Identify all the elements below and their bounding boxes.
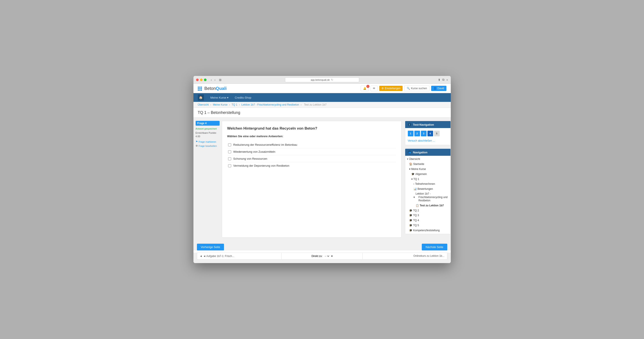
url-text: app.betonquali.de bbox=[311, 78, 330, 81]
course-icon-tq4: 🎓 bbox=[409, 218, 412, 222]
frage-bearbeiten-button[interactable]: ⚙ Frage bearbeiten bbox=[196, 144, 220, 147]
main-content: Frage 4 Antwort gespeichert Erreichbare … bbox=[194, 117, 451, 241]
test-num-4[interactable]: 4 bbox=[428, 131, 433, 136]
nav-lektion1b7[interactable]: ▾ Lektion 1b7 - Frischbetonrecycling und… bbox=[405, 192, 450, 203]
answer-checkbox-4[interactable] bbox=[228, 164, 231, 167]
traffic-lights bbox=[196, 78, 206, 81]
chevron-icon-4: ▾ bbox=[414, 196, 415, 199]
answer-label-4: Vermeidung der Deponierung von Restbeton bbox=[233, 164, 290, 167]
refresh-icon[interactable]: ↻ bbox=[331, 78, 333, 81]
flag-icon: ⚑ bbox=[196, 140, 198, 143]
nav-tq1[interactable]: ▾ TQ 1 bbox=[405, 177, 450, 182]
message-button[interactable]: ✉ bbox=[370, 86, 378, 91]
course-icon-tq5: 🎓 bbox=[409, 224, 412, 227]
logo-grid-icon bbox=[198, 86, 202, 91]
frage-box: Frage 4 bbox=[196, 121, 220, 126]
sidebar-toggle-button[interactable]: ⊞ bbox=[218, 78, 222, 82]
edit-gear-icon: ⚙ bbox=[196, 144, 198, 147]
home-icon: 🏠 bbox=[409, 162, 412, 166]
answer-saved-label: Antwort gespeichert bbox=[196, 128, 220, 130]
nav-tq5[interactable]: 🎓 TQ 5 bbox=[405, 223, 450, 228]
answer-checkbox-2[interactable] bbox=[228, 150, 231, 153]
nav-meine-kurse-tree[interactable]: ▾ Meine Kurse bbox=[405, 167, 450, 172]
person-icon: 👤 bbox=[433, 87, 436, 90]
breadcrumb-tq1[interactable]: TQ 1 bbox=[232, 103, 238, 106]
nav-widget-title: Navigation bbox=[413, 151, 428, 154]
breadcrumb-sep: › bbox=[210, 103, 211, 106]
user-button[interactable]: 👤 David bbox=[431, 86, 446, 91]
answer-options: Reduzierung der Ressourceneffizienz im B… bbox=[227, 141, 396, 169]
answer-checkbox-3[interactable] bbox=[228, 157, 231, 160]
course-icon-kompetenz: 🎓 bbox=[409, 228, 412, 232]
search-icon: 🔍 bbox=[407, 87, 410, 90]
logo: BetonQuali bbox=[198, 86, 227, 91]
chevron-icon-3: ▾ bbox=[411, 177, 412, 181]
einstellungen-button[interactable]: ⚙ Einstellungen bbox=[379, 86, 402, 91]
test-num-1[interactable]: 1 bbox=[408, 131, 414, 136]
nav-credits-shop[interactable]: Credits-Shop bbox=[232, 93, 254, 102]
nav-test-lektion[interactable]: 📋 Test zu Lektion 1b7 bbox=[405, 203, 450, 208]
close-button[interactable] bbox=[196, 78, 199, 81]
page-title-bar: TQ 1 – Betonherstellung bbox=[194, 108, 451, 117]
nav-startseite[interactable]: 🏠 Startseite bbox=[405, 162, 450, 167]
nav-widget-header: 👥 Navigation bbox=[405, 149, 450, 156]
minimize-button[interactable] bbox=[200, 78, 202, 81]
url-bar[interactable]: app.betonquali.de ↻ bbox=[285, 78, 359, 82]
breadcrumb-lektion[interactable]: Lektion 1b7 - Frischbetonrecycling und R… bbox=[242, 103, 299, 106]
test-num-2[interactable]: 2 bbox=[414, 131, 420, 136]
add-tab-button[interactable]: + bbox=[446, 78, 448, 82]
answer-label-2: Wiederwertung von Zusatzmitteln bbox=[233, 150, 276, 153]
test-nav-icon: i bbox=[408, 123, 411, 126]
browser-window: ‹ › ⊞ app.betonquali.de ↻ ⬆ ⧉ + BetonQua… bbox=[194, 76, 451, 263]
test-num-5[interactable]: 5 bbox=[434, 131, 440, 136]
navigation-widget: 👥 Navigation ▾ Übersicht 🏠 Startseite bbox=[405, 148, 451, 234]
breadcrumb-current: Test zu Lektion 1b7 bbox=[304, 103, 326, 106]
chevron-icon-2: ▾ bbox=[409, 167, 410, 171]
share-button[interactable]: ⬆ bbox=[438, 78, 440, 82]
test-num-3[interactable]: 3 bbox=[421, 131, 426, 136]
title-bar: ‹ › ⊞ app.betonquali.de ↻ ⬆ ⧉ + bbox=[194, 76, 451, 84]
nav-bewertungen[interactable]: 📊 Bewertungen bbox=[405, 186, 450, 192]
nav-tq4[interactable]: 🎓 TQ 4 bbox=[405, 218, 450, 223]
prev-link[interactable]: ◄ ◄ Aufgabe 1b7-1: Frisch... bbox=[197, 252, 282, 260]
chevron-down-icon: ▾ bbox=[227, 96, 228, 99]
course-icon-tq3: 🎓 bbox=[409, 214, 412, 217]
nav-uebersicht[interactable]: ▾ Übersicht bbox=[405, 157, 450, 162]
notification-button[interactable]: 🔔 1 bbox=[361, 86, 369, 91]
nav-teilnehmer[interactable]: › Teilnehmer/innen bbox=[405, 182, 450, 186]
prev-arrow-icon: ◄ bbox=[200, 254, 202, 258]
back-button[interactable]: ‹ bbox=[210, 78, 213, 82]
forward-button[interactable]: › bbox=[214, 78, 216, 82]
answer-option-1: Reduzierung der Ressourceneffizienz im B… bbox=[227, 141, 396, 148]
kurse-suchen-button[interactable]: 🔍 Kurse suchen bbox=[404, 86, 429, 91]
nav-tq2[interactable]: 🎓 TQ 2 bbox=[405, 208, 450, 213]
nav-widget-body: ▾ Übersicht 🏠 Startseite ▾ Meine Kurse bbox=[405, 156, 450, 234]
browser-nav-arrows: ‹ › bbox=[210, 78, 216, 82]
direkt-zu-select[interactable]: -- bbox=[324, 254, 330, 258]
answer-checkbox-1[interactable] bbox=[228, 143, 231, 146]
prev-page-button[interactable]: Vorherige Seite bbox=[197, 244, 224, 250]
test-navigation-widget: i Test-Navigation 1 2 3 4 5 Versuch absc… bbox=[405, 121, 451, 145]
breadcrumb-meine-kurse[interactable]: Meine Kurse bbox=[213, 103, 228, 106]
nav-meine-kurse[interactable]: Meine Kurse ▾ bbox=[208, 93, 232, 102]
next-page-button[interactable]: Nächste Seite bbox=[422, 244, 447, 250]
new-tab-button[interactable]: ⧉ bbox=[442, 78, 444, 82]
maximize-button[interactable] bbox=[204, 78, 206, 81]
frage-markieren-button[interactable]: ⚑ Frage markieren bbox=[196, 140, 220, 143]
answer-label-1: Reduzierung der Ressourceneffizienz im B… bbox=[233, 143, 297, 146]
breadcrumb-uebersicht[interactable]: Übersicht bbox=[198, 103, 209, 106]
answer-option-3: Schonung von Ressourcen bbox=[227, 155, 396, 162]
nav-kompetenz[interactable]: 🎓 Kompetenzfeststellung bbox=[405, 228, 450, 233]
header-actions: 🔔 1 ✉ ⚙ Einstellungen 🔍 Kurse suchen 👤 D… bbox=[361, 86, 446, 91]
course-icon-allgemein: 🎓 bbox=[411, 172, 414, 176]
nav-home-icon[interactable]: 🏠 bbox=[198, 94, 204, 100]
versuch-abschliessen-link[interactable]: Versuch abschließen ... bbox=[408, 139, 435, 142]
nav-tq3[interactable]: 🎓 TQ 3 bbox=[405, 213, 450, 218]
title-bar-actions: ⬆ ⧉ + bbox=[438, 78, 448, 82]
nav-allgemein[interactable]: 🎓 Allgemein bbox=[405, 172, 450, 177]
page-nav-buttons: Vorherige Seite Nächste Seite bbox=[194, 241, 451, 250]
next-link[interactable]: Onlinekurs zu Lektion 1b... bbox=[362, 252, 447, 260]
frage-points: Erreichbare Punkte: 4.00 bbox=[196, 131, 220, 138]
chevron-icon: ▾ bbox=[407, 157, 408, 161]
question-sidebar: Frage 4 Antwort gespeichert Erreichbare … bbox=[194, 117, 222, 241]
